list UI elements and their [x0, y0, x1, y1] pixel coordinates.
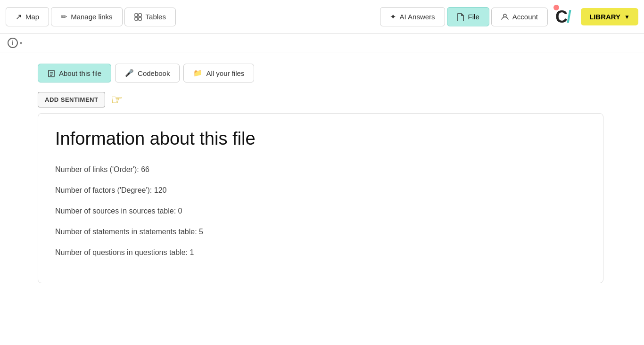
file-icon — [457, 12, 464, 21]
notification-dot — [553, 5, 559, 10]
nav-tabs: ↗ Map ✏ Manage links Tables ✦ A — [6, 7, 548, 26]
svg-rect-0 — [135, 14, 138, 16]
add-sentiment-button[interactable]: ADD SENTIMENT — [38, 92, 105, 107]
nav-tab-map-label: Map — [25, 13, 39, 21]
info-row-statements: Number of statements in statements table… — [55, 226, 586, 238]
svg-rect-1 — [139, 14, 141, 16]
svg-point-4 — [504, 14, 506, 17]
info-card-title: Information about this file — [55, 129, 586, 149]
sub-tab-about-this-file-label: About this file — [59, 69, 101, 77]
account-icon — [501, 13, 509, 21]
info-icon[interactable]: i — [8, 38, 18, 48]
nav-tab-manage-links-label: Manage links — [71, 13, 112, 21]
map-icon: ↗ — [16, 12, 22, 21]
svg-rect-3 — [139, 17, 141, 20]
nav-tab-account[interactable]: Account — [491, 8, 548, 26]
svg-rect-2 — [135, 17, 138, 20]
logo-c: C — [555, 8, 567, 25]
nav-tab-tables[interactable]: Tables — [124, 8, 176, 26]
sub-tab-codebook-label: Codebook — [138, 69, 170, 77]
svg-rect-5 — [49, 70, 54, 77]
sub-tab-codebook[interactable]: 🎤 Codebook — [115, 64, 180, 82]
nav-tab-tables-label: Tables — [146, 13, 166, 21]
nav-tab-manage-links[interactable]: ✏ Manage links — [51, 7, 122, 26]
tables-icon — [134, 13, 142, 21]
logo-slash: / — [567, 7, 571, 27]
info-row-questions: Number of questions in questions table: … — [55, 247, 586, 258]
sub-tab-all-your-files-label: All your files — [206, 69, 244, 77]
info-bar: i ▾ — [0, 34, 644, 52]
nav-tab-ai-answers[interactable]: ✦ AI Answers — [380, 7, 445, 26]
sub-tab-about-this-file[interactable]: About this file — [38, 64, 111, 82]
nav-tab-ai-answers-label: AI Answers — [400, 13, 435, 21]
add-sentiment-label: ADD SENTIMENT — [45, 96, 98, 103]
cursor-hand-icon: ☞ — [111, 92, 123, 107]
info-row-links: Number of links ('Order'): 66 — [55, 164, 586, 175]
library-button[interactable]: LIBRARY ▼ — [581, 8, 638, 25]
ai-answers-icon: ✦ — [390, 12, 396, 21]
top-nav: ↗ Map ✏ Manage links Tables ✦ A — [0, 0, 644, 34]
nav-tab-file-label: File — [468, 13, 479, 21]
info-dropdown-arrow-icon[interactable]: ▾ — [20, 41, 22, 46]
add-sentiment-area: ADD SENTIMENT ☞ — [38, 92, 606, 107]
about-this-file-icon — [48, 69, 55, 77]
manage-links-icon: ✏ — [61, 12, 67, 21]
nav-tab-map[interactable]: ↗ Map — [6, 7, 49, 26]
library-chevron-icon: ▼ — [624, 14, 630, 20]
nav-tab-file[interactable]: File — [447, 7, 489, 26]
library-label: LIBRARY — [589, 13, 620, 21]
main-content: About this file 🎤 Codebook 📁 All your fi… — [0, 52, 644, 295]
sub-tab-all-your-files[interactable]: 📁 All your files — [183, 64, 254, 82]
info-row-sources: Number of sources in sources table: 0 — [55, 205, 586, 217]
info-row-factors: Number of factors ('Degree'): 120 — [55, 185, 586, 196]
sub-tabs: About this file 🎤 Codebook 📁 All your fi… — [38, 64, 606, 82]
all-your-files-icon: 📁 — [193, 69, 202, 77]
nav-tab-account-label: Account — [512, 13, 538, 21]
codebook-icon: 🎤 — [125, 69, 134, 77]
info-card: Information about this file Number of li… — [38, 113, 603, 283]
